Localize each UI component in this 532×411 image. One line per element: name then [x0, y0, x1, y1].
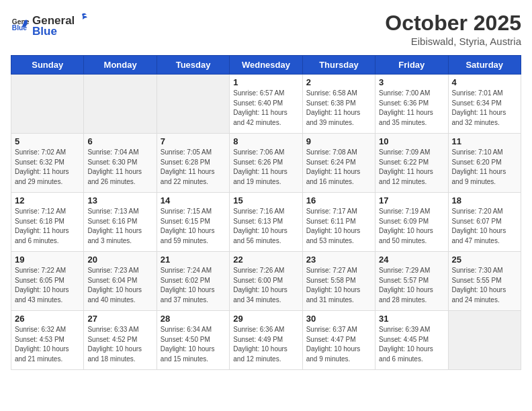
day-number: 17	[379, 195, 444, 205]
day-info: Sunrise: 7:24 AM Sunset: 6:02 PM Dayligh…	[161, 266, 226, 305]
day-number: 27	[87, 314, 152, 324]
day-info: Sunrise: 6:36 AM Sunset: 4:49 PM Dayligh…	[233, 325, 298, 364]
calendar-cell	[448, 311, 521, 370]
weekday-header-saturday: Saturday	[448, 56, 521, 75]
weekday-header-friday: Friday	[375, 56, 448, 75]
month-title: October 2025	[385, 11, 521, 36]
calendar-cell: 9Sunrise: 7:08 AM Sunset: 6:24 PM Daylig…	[302, 134, 375, 193]
day-info: Sunrise: 7:01 AM Sunset: 6:34 PM Dayligh…	[452, 89, 517, 128]
calendar-cell: 13Sunrise: 7:13 AM Sunset: 6:16 PM Dayli…	[84, 193, 157, 252]
location-title: Eibiswald, Styria, Austria	[385, 36, 521, 47]
day-info: Sunrise: 7:13 AM Sunset: 6:16 PM Dayligh…	[87, 207, 152, 246]
day-number: 25	[452, 255, 517, 265]
day-info: Sunrise: 7:02 AM Sunset: 6:32 PM Dayligh…	[15, 148, 80, 187]
day-info: Sunrise: 7:29 AM Sunset: 5:57 PM Dayligh…	[379, 266, 444, 305]
day-number: 9	[306, 136, 371, 146]
day-number: 16	[306, 195, 371, 205]
calendar-cell: 10Sunrise: 7:09 AM Sunset: 6:22 PM Dayli…	[375, 134, 448, 193]
day-number: 29	[233, 314, 298, 324]
calendar-cell: 16Sunrise: 7:17 AM Sunset: 6:11 PM Dayli…	[302, 193, 375, 252]
day-info: Sunrise: 7:16 AM Sunset: 6:13 PM Dayligh…	[233, 207, 298, 246]
calendar-week-3: 12Sunrise: 7:12 AM Sunset: 6:18 PM Dayli…	[11, 193, 521, 252]
calendar-week-1: 1Sunrise: 6:57 AM Sunset: 6:40 PM Daylig…	[11, 75, 521, 134]
calendar-cell: 17Sunrise: 7:19 AM Sunset: 6:09 PM Dayli…	[375, 193, 448, 252]
calendar-cell	[157, 75, 229, 134]
calendar-week-2: 5Sunrise: 7:02 AM Sunset: 6:32 PM Daylig…	[11, 134, 521, 193]
page-header: General Blue General Blue October 2025 E…	[11, 11, 521, 47]
weekday-header-wednesday: Wednesday	[230, 56, 302, 75]
logo-bird-icon	[75, 11, 89, 24]
day-info: Sunrise: 7:06 AM Sunset: 6:26 PM Dayligh…	[233, 148, 298, 187]
weekday-header-thursday: Thursday	[302, 56, 375, 75]
day-info: Sunrise: 7:12 AM Sunset: 6:18 PM Dayligh…	[15, 207, 80, 246]
day-number: 10	[379, 136, 444, 146]
calendar-cell: 30Sunrise: 6:37 AM Sunset: 4:47 PM Dayli…	[302, 311, 375, 370]
day-number: 5	[15, 136, 80, 146]
day-number: 4	[452, 77, 517, 87]
calendar-cell: 2Sunrise: 6:58 AM Sunset: 6:38 PM Daylig…	[302, 75, 375, 134]
calendar-cell: 25Sunrise: 7:30 AM Sunset: 5:55 PM Dayli…	[448, 252, 521, 311]
day-number: 31	[379, 314, 444, 324]
day-info: Sunrise: 7:30 AM Sunset: 5:55 PM Dayligh…	[452, 266, 517, 305]
calendar-table: SundayMondayTuesdayWednesdayThursdayFrid…	[11, 55, 521, 370]
day-info: Sunrise: 7:23 AM Sunset: 6:04 PM Dayligh…	[87, 266, 152, 305]
day-number: 18	[452, 195, 517, 205]
day-info: Sunrise: 7:09 AM Sunset: 6:22 PM Dayligh…	[379, 148, 444, 187]
day-info: Sunrise: 7:00 AM Sunset: 6:36 PM Dayligh…	[379, 89, 444, 128]
day-number: 3	[379, 77, 444, 87]
day-info: Sunrise: 7:22 AM Sunset: 6:05 PM Dayligh…	[15, 266, 80, 305]
day-number: 6	[87, 136, 152, 146]
calendar-cell: 15Sunrise: 7:16 AM Sunset: 6:13 PM Dayli…	[230, 193, 302, 252]
calendar-cell: 8Sunrise: 7:06 AM Sunset: 6:26 PM Daylig…	[230, 134, 302, 193]
day-info: Sunrise: 6:58 AM Sunset: 6:38 PM Dayligh…	[306, 89, 371, 128]
calendar-cell: 1Sunrise: 6:57 AM Sunset: 6:40 PM Daylig…	[230, 75, 302, 134]
calendar-cell: 27Sunrise: 6:33 AM Sunset: 4:52 PM Dayli…	[84, 311, 157, 370]
day-info: Sunrise: 6:32 AM Sunset: 4:53 PM Dayligh…	[15, 325, 80, 364]
day-number: 19	[15, 255, 80, 265]
day-number: 21	[161, 255, 226, 265]
calendar-cell: 29Sunrise: 6:36 AM Sunset: 4:49 PM Dayli…	[230, 311, 302, 370]
calendar-cell: 23Sunrise: 7:27 AM Sunset: 5:58 PM Dayli…	[302, 252, 375, 311]
day-number: 13	[87, 195, 152, 205]
day-number: 8	[233, 136, 298, 146]
day-info: Sunrise: 6:37 AM Sunset: 4:47 PM Dayligh…	[306, 325, 371, 364]
day-info: Sunrise: 7:15 AM Sunset: 6:15 PM Dayligh…	[161, 207, 226, 246]
day-number: 14	[161, 195, 226, 205]
svg-text:Blue: Blue	[12, 24, 28, 32]
calendar-cell: 4Sunrise: 7:01 AM Sunset: 6:34 PM Daylig…	[448, 75, 521, 134]
calendar-cell: 24Sunrise: 7:29 AM Sunset: 5:57 PM Dayli…	[375, 252, 448, 311]
calendar-cell	[11, 75, 84, 134]
day-info: Sunrise: 6:57 AM Sunset: 6:40 PM Dayligh…	[233, 89, 298, 128]
day-info: Sunrise: 6:39 AM Sunset: 4:45 PM Dayligh…	[379, 325, 444, 364]
day-number: 11	[452, 136, 517, 146]
weekday-header-sunday: Sunday	[11, 56, 84, 75]
day-number: 15	[233, 195, 298, 205]
day-info: Sunrise: 7:20 AM Sunset: 6:07 PM Dayligh…	[452, 207, 517, 246]
day-info: Sunrise: 7:08 AM Sunset: 6:24 PM Dayligh…	[306, 148, 371, 187]
calendar-cell: 6Sunrise: 7:04 AM Sunset: 6:30 PM Daylig…	[84, 134, 157, 193]
logo: General Blue General Blue	[11, 11, 89, 38]
calendar-cell: 12Sunrise: 7:12 AM Sunset: 6:18 PM Dayli…	[11, 193, 84, 252]
day-number: 20	[87, 255, 152, 265]
day-number: 24	[379, 255, 444, 265]
day-info: Sunrise: 6:34 AM Sunset: 4:50 PM Dayligh…	[161, 325, 226, 364]
logo-icon: General Blue	[11, 15, 30, 34]
day-info: Sunrise: 7:27 AM Sunset: 5:58 PM Dayligh…	[306, 266, 371, 305]
calendar-cell: 20Sunrise: 7:23 AM Sunset: 6:04 PM Dayli…	[84, 252, 157, 311]
day-number: 12	[15, 195, 80, 205]
day-info: Sunrise: 7:26 AM Sunset: 6:00 PM Dayligh…	[233, 266, 298, 305]
day-number: 2	[306, 77, 371, 87]
calendar-cell: 14Sunrise: 7:15 AM Sunset: 6:15 PM Dayli…	[157, 193, 229, 252]
weekday-header-tuesday: Tuesday	[157, 56, 229, 75]
day-info: Sunrise: 7:19 AM Sunset: 6:09 PM Dayligh…	[379, 207, 444, 246]
day-number: 22	[233, 255, 298, 265]
calendar-week-5: 26Sunrise: 6:32 AM Sunset: 4:53 PM Dayli…	[11, 311, 521, 370]
day-info: Sunrise: 7:10 AM Sunset: 6:20 PM Dayligh…	[452, 148, 517, 187]
calendar-cell: 5Sunrise: 7:02 AM Sunset: 6:32 PM Daylig…	[11, 134, 84, 193]
calendar-cell: 26Sunrise: 6:32 AM Sunset: 4:53 PM Dayli…	[11, 311, 84, 370]
calendar-cell: 28Sunrise: 6:34 AM Sunset: 4:50 PM Dayli…	[157, 311, 229, 370]
day-number: 30	[306, 314, 371, 324]
title-block: October 2025 Eibiswald, Styria, Austria	[385, 11, 521, 47]
calendar-cell: 11Sunrise: 7:10 AM Sunset: 6:20 PM Dayli…	[448, 134, 521, 193]
calendar-cell: 7Sunrise: 7:05 AM Sunset: 6:28 PM Daylig…	[157, 134, 229, 193]
